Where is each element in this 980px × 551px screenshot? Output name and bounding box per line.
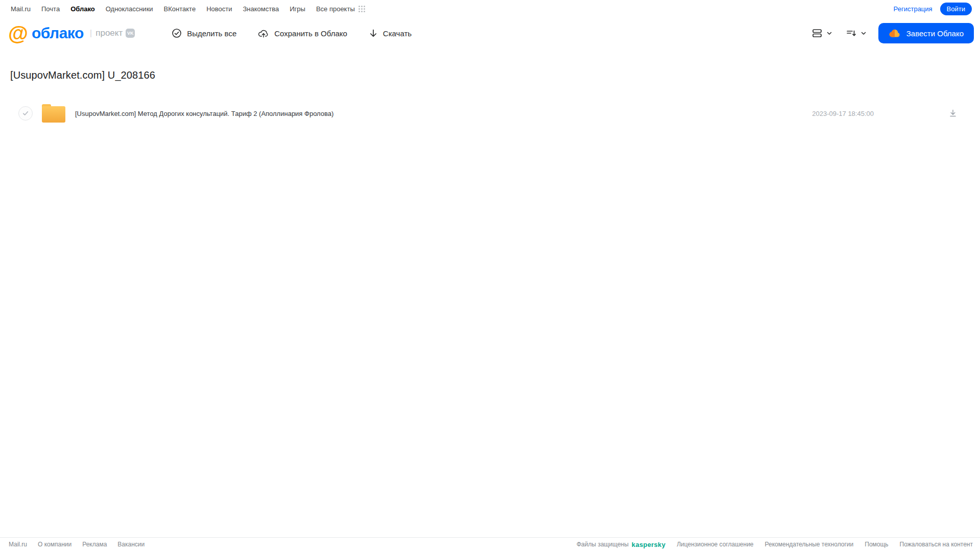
topbar-auth: Регистрация Войти [894,3,972,15]
get-cloud-button[interactable]: Завести Облако [878,23,974,43]
footer-link-license[interactable]: Лицензионное соглашение [677,541,753,548]
view-mode-toggle[interactable] [811,28,833,39]
file-toolbar: Выделить все Сохранить в Облако Скачать [172,28,412,38]
save-to-cloud-label: Сохранить в Облако [274,29,347,38]
orange-cloud-icon [889,28,901,38]
download-button[interactable]: Скачать [369,28,412,38]
footer-link-mailru[interactable]: Mail.ru [9,541,27,548]
register-link[interactable]: Регистрация [894,5,933,13]
footer-link-help[interactable]: Помощь [865,541,888,548]
file-checkbox[interactable] [18,106,33,121]
cloud-header: @ облако | проект VK Выделить все Сохран… [0,17,980,49]
kaspersky-logo[interactable]: kaspersky [632,541,665,548]
file-row[interactable]: [UsupovMarket.com] Метод Дорогих консуль… [10,102,970,125]
nav-znakomstva[interactable]: Знакомства [243,5,279,13]
nav-vkontakte[interactable]: ВКонтакте [164,5,196,13]
vk-badge-icon: VK [126,29,135,38]
file-name[interactable]: [UsupovMarket.com] Метод Дорогих консуль… [75,110,812,117]
sort-control[interactable] [845,28,867,39]
footer-link-recommendation-tech[interactable]: Рекомендательные технологии [765,541,854,548]
download-label: Скачать [383,29,412,38]
mailru-at-icon: @ [8,23,28,43]
list-view-icon [811,28,823,39]
chevron-down-icon [860,30,867,37]
portal-topbar: Mail.ru Почта Облако Одноклассники ВКонт… [0,0,980,17]
share-content: [UsupovMarket.com] U_208166 [UsupovMarke… [0,49,980,537]
save-to-cloud-button[interactable]: Сохранить в Облако [258,28,347,38]
select-all-label: Выделить все [187,29,236,38]
footer-link-jobs[interactable]: Вакансии [117,541,145,548]
select-all-button[interactable]: Выделить все [172,28,236,38]
footer-left-links: Mail.ru О компании Реклама Вакансии [9,541,145,548]
check-circle-icon [172,28,182,38]
file-date: 2023-09-17 18:45:00 [812,110,874,117]
login-button[interactable]: Войти [940,3,972,15]
page-footer: Mail.ru О компании Реклама Вакансии Файл… [0,537,980,551]
footer-link-about[interactable]: О компании [38,541,71,548]
files-protected-label: Файлы защищены [577,541,629,548]
kaspersky-protection: Файлы защищены kaspersky [577,541,665,548]
project-label: проект [95,28,123,38]
get-cloud-label: Завести Облако [906,29,964,38]
projects-grid-icon[interactable] [358,5,366,13]
download-arrow-icon [369,28,378,38]
chevron-down-icon [826,30,833,37]
file-download-icon[interactable] [948,109,958,118]
portal-nav: Mail.ru Почта Облако Одноклассники ВКонт… [11,5,355,13]
page-title: [UsupovMarket.com] U_208166 [10,69,970,81]
nav-novosti[interactable]: Новости [206,5,232,13]
footer-link-ads[interactable]: Реклама [82,541,107,548]
cloud-upload-icon [258,28,269,38]
logo-divider: | [90,28,92,38]
nav-odnoklassniki[interactable]: Одноклассники [106,5,153,13]
nav-igry[interactable]: Игры [290,5,305,13]
footer-link-report-content[interactable]: Пожаловаться на контент [900,541,973,548]
nav-pochta[interactable]: Почта [41,5,60,13]
cloud-logo[interactable]: @ облако | проект VK [8,23,135,43]
nav-oblako[interactable]: Облако [70,5,95,13]
folder-icon [42,104,65,123]
header-right-controls: Завести Облако [811,23,974,43]
sort-icon [845,28,857,39]
nav-mailru[interactable]: Mail.ru [11,5,31,13]
nav-all-projects[interactable]: Все проекты [316,5,355,13]
cloud-logo-text: облако [32,25,84,42]
footer-right-links: Файлы защищены kaspersky Лицензионное со… [577,541,973,548]
